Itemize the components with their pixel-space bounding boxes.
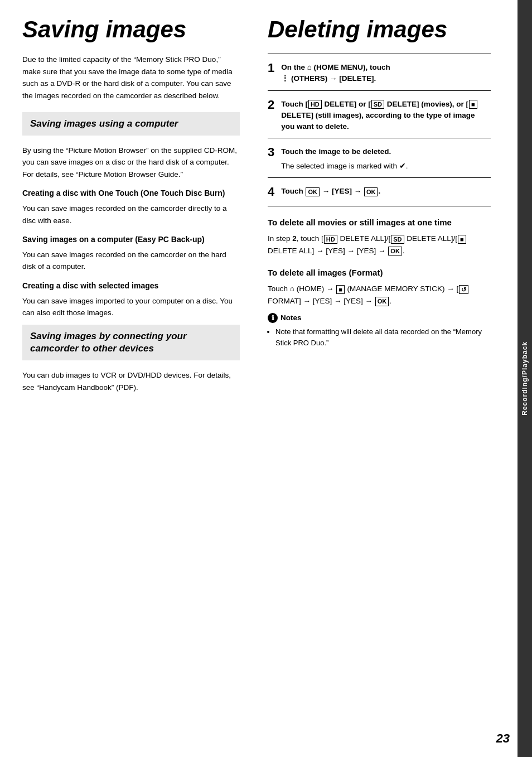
notes-icon: ℹ <box>268 313 278 323</box>
saving-camcorder-body: You can dub images to VCR or DVD/HDD dev… <box>22 369 240 393</box>
right-column: Deleting images 1 On the ⌂ (HOME MENU), … <box>257 0 507 757</box>
ok-box-4: OK <box>375 297 389 306</box>
delete-all-heading: To delete all movies or still images at … <box>268 216 491 228</box>
step-2-text: Touch [HD DELETE] or [SD DELETE] (movies… <box>281 100 478 131</box>
format-body: Touch ⌂ (HOME) → ■ (MANAGE MEMORY STICK)… <box>268 283 491 307</box>
one-touch-heading: Creating a disc with One Touch (One Touc… <box>22 188 240 199</box>
saving-images-title: Saving images <box>22 17 240 42</box>
saving-computer-box: Saving images using a computer <box>22 112 240 136</box>
notes-heading: ℹ Notes <box>268 313 491 323</box>
format-heading: To delete all images (Format) <box>268 267 491 278</box>
img-icon-2: ■ <box>458 235 466 244</box>
notes-item-1: Note that formatting will delete all dat… <box>275 326 491 350</box>
saving-camcorder-box-title: Saving images by connecting your camcord… <box>30 330 232 355</box>
ok-box-2: OK <box>364 187 378 196</box>
manage-icon: ■ <box>336 285 345 294</box>
sidebar-recording-playback: Recording/Playback <box>518 0 532 757</box>
easy-pc-body: You can save images recorded on the camc… <box>22 249 240 273</box>
delete-all-body: In step 2, touch [HD DELETE ALL]/[SD DEL… <box>268 233 491 257</box>
ok-box-1: OK <box>306 187 320 196</box>
notes-section: ℹ Notes Note that formatting will delete… <box>268 313 491 350</box>
saving-intro-text: Due to the limited capacity of the “Memo… <box>22 54 240 102</box>
ok-box-3: OK <box>388 247 402 255</box>
notes-label: Notes <box>280 314 302 322</box>
one-touch-body: You can save images recorded on the camc… <box>22 202 240 226</box>
step-3-subtext: The selected image is marked with ✔. <box>281 160 484 172</box>
sd-icon: SD <box>371 100 384 109</box>
saving-computer-body: By using the “Picture Motion Browser” on… <box>22 144 240 181</box>
saving-computer-box-title: Saving images using a computer <box>30 118 232 130</box>
selected-images-heading: Creating a disc with selected images <box>22 281 240 292</box>
step-2: 2 Touch [HD DELETE] or [SD DELETE] (movi… <box>268 90 491 138</box>
selected-images-body: You can save images imported to your com… <box>22 295 240 319</box>
sidebar-label-text: Recording/Playback <box>521 341 529 416</box>
step-4-number: 4 <box>268 185 274 199</box>
step-1-text: On the ⌂ (HOME MENU), touch ⋮ (OTHERS) →… <box>281 63 390 83</box>
img-icon: ■ <box>469 100 477 109</box>
step-3: 3 Touch the image to be deleted. The sel… <box>268 138 491 177</box>
step-4: 4 Touch OK → [YES] → OK. <box>268 177 491 206</box>
hd-icon: HD <box>308 100 322 109</box>
format-icon: ↺ <box>459 285 468 294</box>
step-3-text: Touch the image to be deleted. <box>281 146 484 157</box>
step-2-number: 2 <box>268 98 274 112</box>
step-3-number: 3 <box>268 145 274 159</box>
deleting-images-title: Deleting images <box>268 17 491 42</box>
saving-camcorder-box: Saving images by connecting your camcord… <box>22 325 240 360</box>
easy-pc-heading: Saving images on a computer (Easy PC Bac… <box>22 234 240 245</box>
page-number: 23 <box>496 731 510 746</box>
notes-list: Note that formatting will delete all dat… <box>268 326 491 350</box>
left-column: Saving images Due to the limited capacit… <box>0 0 257 757</box>
step-1: 1 On the ⌂ (HOME MENU), touch ⋮ (OTHERS)… <box>268 54 491 90</box>
step-4-text: Touch OK → [YES] → OK. <box>281 187 380 195</box>
sd-icon-2: SD <box>391 235 404 244</box>
step-1-number: 1 <box>268 61 274 75</box>
hd-icon-2: HD <box>324 235 337 244</box>
